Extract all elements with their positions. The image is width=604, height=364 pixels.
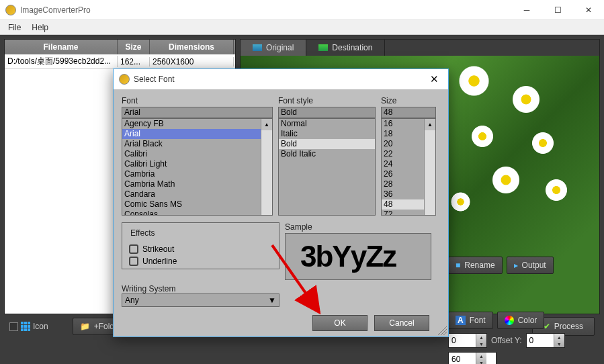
scrollbar[interactable]: ▲: [261, 119, 272, 215]
list-item[interactable]: Bold Italic: [279, 149, 375, 159]
list-item[interactable]: Arial: [122, 129, 272, 139]
font-list[interactable]: Agency FBArialArial BlackCalibriCalibri …: [122, 118, 273, 216]
underline-checkbox[interactable]: Underline: [129, 257, 272, 266]
writing-system-label: Writing System: [122, 284, 175, 293]
font-input[interactable]: Arial: [122, 107, 273, 118]
strikeout-checkbox[interactable]: Strikeout: [129, 244, 272, 254]
list-item[interactable]: Italic: [279, 129, 375, 139]
list-item[interactable]: Agency FB: [122, 119, 272, 129]
style-label: Font style: [278, 96, 376, 105]
font-label: Font: [122, 96, 273, 105]
list-item[interactable]: Calibri Light: [122, 159, 272, 169]
list-item[interactable]: Bold: [279, 139, 375, 149]
scrollbar[interactable]: ▲: [424, 119, 435, 215]
size-list[interactable]: 16182022242628364872▲: [381, 118, 436, 216]
sample-label: Sample: [285, 222, 431, 232]
size-label: Size: [381, 96, 436, 105]
list-item[interactable]: Comic Sans MS: [122, 199, 272, 210]
list-item[interactable]: Cambria: [122, 169, 272, 179]
effects-label: Effects: [129, 228, 156, 238]
style-input[interactable]: Bold: [278, 107, 376, 118]
list-item[interactable]: Candara: [122, 189, 272, 199]
list-item[interactable]: Consolas: [122, 210, 272, 216]
cancel-button[interactable]: Cancel: [374, 315, 429, 331]
sample-box: 3bYyZz: [285, 233, 431, 280]
style-list[interactable]: NormalItalicBoldBold Italic: [278, 118, 376, 216]
list-item[interactable]: Normal: [279, 119, 375, 129]
list-item[interactable]: Calibri: [122, 149, 272, 159]
list-item[interactable]: Arial Black: [122, 139, 272, 149]
dialog-title: Select Font: [134, 75, 426, 84]
dialog-logo-icon: [119, 74, 130, 85]
resize-grip[interactable]: [437, 326, 447, 335]
dialog-close-button[interactable]: ✕: [426, 73, 443, 85]
ok-button[interactable]: OK: [312, 315, 368, 331]
select-font-dialog: Select Font ✕ Font Arial Agency FBArialA…: [113, 69, 449, 337]
chevron-down-icon: ▼: [268, 295, 276, 305]
writing-system-select[interactable]: Any▼: [122, 293, 279, 307]
size-input[interactable]: 48: [381, 107, 436, 118]
list-item[interactable]: Cambria Math: [122, 179, 272, 189]
